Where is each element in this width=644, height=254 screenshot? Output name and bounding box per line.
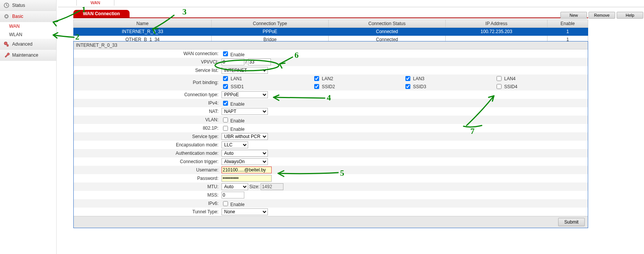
service-type-label: Service type: xyxy=(74,132,220,141)
sidebar-item-status[interactable]: Status xyxy=(0,0,56,11)
section-tab-bar: WAN Connection xyxy=(73,9,644,17)
nat-label: NAT: xyxy=(74,107,220,116)
action-button-bar: New Remove Help xyxy=(560,12,643,19)
password-label: Password: xyxy=(74,174,220,183)
top-tab-strip: WAN xyxy=(58,0,644,7)
auth-select[interactable]: Auto xyxy=(222,150,268,157)
encap-select[interactable]: LLC xyxy=(222,141,248,148)
table-row[interactable]: INTERNET_R_0_33 PPPoE Connected 100.72.2… xyxy=(74,28,588,36)
port-ssid4[interactable]: SSID4 xyxy=(495,83,586,90)
service-list-select[interactable]: INTERNET xyxy=(222,67,268,74)
remove-button[interactable]: Remove xyxy=(589,12,615,19)
mtu-label: MTU: xyxy=(74,183,220,191)
advanced-icon xyxy=(3,41,10,48)
port-checkbox[interactable] xyxy=(497,84,502,89)
sidebar-sub-wan[interactable]: WAN xyxy=(0,22,56,30)
panel-footer: Submit xyxy=(74,216,588,228)
mss-label: MSS: xyxy=(74,191,220,199)
svg-point-4 xyxy=(6,16,7,17)
help-button[interactable]: Help xyxy=(617,12,643,19)
wan-conn-checkbox[interactable] xyxy=(223,51,228,56)
port-ssid1[interactable]: SSID1 xyxy=(222,83,313,90)
wan-conn-label: WAN connection: xyxy=(74,49,220,58)
mss-input[interactable] xyxy=(222,192,244,198)
col-enable[interactable]: Enable xyxy=(547,20,588,28)
col-type[interactable]: Connection Type xyxy=(212,20,329,28)
section-tab-wan-connection[interactable]: WAN Connection xyxy=(73,10,130,17)
nat-select[interactable]: NAPT xyxy=(222,108,268,115)
port-checkbox[interactable] xyxy=(314,84,319,89)
service-list-label: Service list: xyxy=(74,66,220,75)
sidebar-label: Status xyxy=(12,3,25,8)
panel-title: INTERNET_R_0_33 xyxy=(74,41,588,49)
detail-panel: INTERNET_R_0_33 WAN connection: Enable V… xyxy=(73,41,588,228)
port-checkbox[interactable] xyxy=(223,84,228,89)
port-ssid2[interactable]: SSID2 xyxy=(313,83,404,90)
sidebar-item-maintenance[interactable]: Maintenance xyxy=(0,50,56,61)
trigger-select[interactable]: AlwaysOn xyxy=(222,158,268,165)
mtu-mode-select[interactable]: Auto xyxy=(222,183,248,190)
main-area: WAN Connection New Remove Help Name Conn… xyxy=(58,9,644,17)
username-label: Username: xyxy=(74,166,220,174)
status-icon xyxy=(3,2,10,9)
auth-label: Authentication mode: xyxy=(74,149,220,157)
sidebar-sub-wlan[interactable]: WLAN xyxy=(0,30,56,39)
mtu-size-input xyxy=(261,183,283,190)
port-lan4[interactable]: LAN4 xyxy=(495,75,586,82)
sidebar: Status Basic WAN WLAN Advanced Maintenan… xyxy=(0,0,57,254)
new-button[interactable]: New xyxy=(560,12,587,19)
port-binding-grid: LAN1 LAN2 LAN3 LAN4 SSID1 SSID2 SSID3 SS… xyxy=(222,75,586,90)
col-status[interactable]: Connection Status xyxy=(329,20,446,28)
conn-type-label: Connection type: xyxy=(74,90,220,99)
ipv4-checkbox[interactable] xyxy=(223,101,228,106)
submit-button[interactable]: Submit xyxy=(558,218,585,226)
cell: INTERNET_R_0_33 xyxy=(74,28,212,36)
connection-table: Name Connection Type Connection Status I… xyxy=(73,19,588,44)
svg-line-2 xyxy=(6,5,8,6)
col-ip[interactable]: IP Address xyxy=(446,20,547,28)
ipv6-label: IPv6: xyxy=(74,199,220,208)
port-checkbox[interactable] xyxy=(405,84,410,89)
port-lan2[interactable]: LAN2 xyxy=(313,75,404,82)
port-checkbox[interactable] xyxy=(223,76,228,81)
port-checkbox[interactable] xyxy=(405,76,410,81)
vpi-input[interactable] xyxy=(222,59,244,65)
tunnel-label: Tunnel Type: xyxy=(74,208,220,216)
vpi-vci-label: VPI/VCI: xyxy=(74,58,220,66)
top-tab-wan[interactable]: WAN xyxy=(76,0,114,6)
sidebar-item-basic[interactable]: Basic xyxy=(0,11,56,22)
vlan-label: VLAN: xyxy=(74,116,220,124)
sidebar-item-advanced[interactable]: Advanced xyxy=(0,39,56,50)
trigger-label: Connection trigger: xyxy=(74,157,220,166)
sidebar-label: Basic xyxy=(12,14,23,19)
vpi-vci-slash: / xyxy=(245,59,247,65)
cell: PPPoE xyxy=(212,28,329,36)
enable-text: Enable xyxy=(230,52,244,57)
service-type-select[interactable]: UBR without PCR xyxy=(222,133,268,140)
tunnel-select[interactable]: None xyxy=(222,208,268,215)
port-checkbox[interactable] xyxy=(497,76,502,81)
8021p-checkbox[interactable] xyxy=(223,126,228,131)
port-lan3[interactable]: LAN3 xyxy=(404,75,495,82)
port-lan1[interactable]: LAN1 xyxy=(222,75,313,82)
col-name[interactable]: Name xyxy=(74,20,212,28)
ipv4-label: IPv4: xyxy=(74,99,220,107)
detail-form: WAN connection: Enable VPI/VCI: / Servic… xyxy=(74,49,588,216)
cell: 100.72.235.203 xyxy=(446,28,547,36)
port-binding-label: Port binding: xyxy=(74,75,220,90)
encap-label: Encapsulation mode: xyxy=(74,141,220,149)
ipv6-checkbox[interactable] xyxy=(223,201,228,206)
port-checkbox[interactable] xyxy=(314,76,319,81)
svg-point-5 xyxy=(4,42,7,45)
username-input[interactable] xyxy=(222,167,272,173)
gear-icon xyxy=(3,13,10,20)
svg-rect-6 xyxy=(7,44,8,46)
conn-type-select[interactable]: PPPoE xyxy=(222,91,268,98)
sidebar-label: Advanced xyxy=(12,41,32,47)
mtu-size-label: Size: xyxy=(249,184,259,189)
password-input[interactable] xyxy=(222,175,272,182)
port-ssid3[interactable]: SSID3 xyxy=(404,83,495,90)
vlan-checkbox[interactable] xyxy=(223,117,228,122)
cell: Connected xyxy=(329,28,446,36)
vci-input[interactable] xyxy=(248,59,271,65)
